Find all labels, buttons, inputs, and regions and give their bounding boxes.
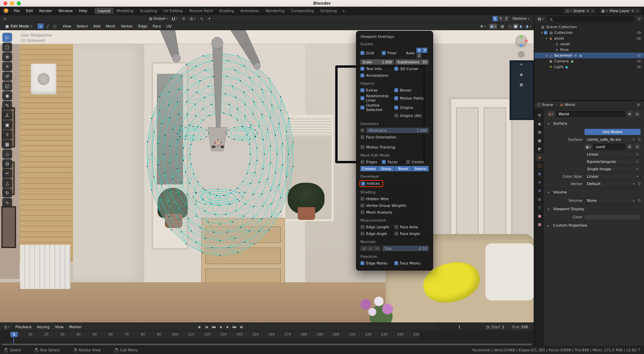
tab-object-data[interactable]: ▽ bbox=[535, 204, 544, 211]
outliner-row-facemesh[interactable]: ▸ △ facemesh ⚙ ▦ bbox=[534, 53, 644, 58]
face-marks-checkbox[interactable]: Face Marks bbox=[394, 261, 420, 266]
tool-knife-button[interactable]: ✂ bbox=[2, 169, 12, 178]
shading-rendered-button[interactable]: ◑ bbox=[524, 24, 529, 29]
timeline-tracks[interactable] bbox=[0, 338, 534, 344]
menu-item[interactable]: Render bbox=[37, 8, 55, 14]
edge-marks-checkbox[interactable]: Edge Marks bbox=[360, 261, 394, 266]
timeline-scrollbar[interactable] bbox=[1, 343, 533, 346]
mesh-analysis-checkbox[interactable]: Mesh Analysis bbox=[360, 210, 392, 215]
mode-dropdown[interactable]: ▦ Edit Mode bbox=[3, 23, 35, 30]
tab-material[interactable]: ● bbox=[535, 212, 544, 220]
collection-enable-checkbox[interactable] bbox=[544, 31, 547, 35]
active-tool-icon[interactable]: ▷ bbox=[3, 16, 8, 21]
outliner-row-camera[interactable]: ◉ Camera ▣ bbox=[534, 58, 644, 64]
pin-id-button[interactable]: ⊙ bbox=[636, 102, 641, 107]
tool-move-button[interactable]: ✛ bbox=[2, 62, 12, 71]
face-orientation-checkbox[interactable]: Face Orientation bbox=[360, 135, 396, 139]
tab-particles[interactable]: ✳ bbox=[535, 179, 544, 186]
timeline-editor-type-button[interactable]: ◷ bbox=[3, 324, 11, 330]
origins-all-checkbox[interactable]: Origins (All) bbox=[394, 114, 422, 118]
wireframe-slider[interactable]: Wireframe1.000 bbox=[366, 128, 429, 133]
mirror-axis-toggle[interactable]: Z bbox=[504, 16, 509, 21]
pan-gizmo[interactable]: ✛ bbox=[518, 61, 525, 68]
bones-checkbox[interactable]: Bones bbox=[394, 88, 411, 93]
floor-checkbox[interactable]: Floor bbox=[382, 51, 406, 55]
face-angle-checkbox[interactable]: Face Angle bbox=[394, 232, 420, 236]
outliner-row-pose[interactable]: ✛ Pose bbox=[534, 47, 644, 53]
tool-transform-button[interactable]: ◉ bbox=[2, 91, 12, 100]
axis-toggle[interactable]: Y bbox=[422, 48, 427, 53]
tool-inset-faces-button[interactable]: ▩ bbox=[2, 140, 12, 149]
face-area-checkbox[interactable]: Face Area bbox=[394, 225, 418, 229]
xray-toggle[interactable]: ▥ bbox=[499, 24, 505, 29]
shading-wireframe-button[interactable]: ○ bbox=[508, 24, 513, 29]
motion-tracking-checkbox[interactable]: Motion Tracking bbox=[360, 145, 395, 150]
viewport-menu-item[interactable]: UV bbox=[164, 23, 174, 29]
select-mode-button[interactable]: ╱ bbox=[44, 23, 51, 29]
tool-tweak-button[interactable]: ▷ bbox=[2, 33, 12, 42]
motion-paths-checkbox[interactable]: Motion Paths bbox=[394, 96, 424, 101]
tab-scene[interactable]: ◩ bbox=[535, 145, 544, 153]
next-keyframe-button[interactable]: ▶▶ bbox=[231, 324, 238, 330]
menu-item[interactable]: Window bbox=[56, 8, 75, 14]
snapping-toggle[interactable] bbox=[171, 17, 179, 21]
world-name-field[interactable]: World bbox=[556, 111, 625, 117]
grid-checkbox[interactable]: Grid bbox=[360, 51, 382, 55]
visibility-eye-icon[interactable] bbox=[637, 59, 641, 63]
edge-toggle-button[interactable]: Seams bbox=[412, 166, 429, 171]
outliner-row-asset[interactable]: ▾ ♟ asset bbox=[534, 36, 644, 41]
tab-view-layer[interactable]: ▦ bbox=[535, 137, 544, 144]
gizmo-toggle[interactable]: ⊕ bbox=[479, 24, 487, 29]
tab-object[interactable]: ▢ bbox=[535, 162, 544, 169]
viewport-color-swatch[interactable] bbox=[584, 214, 641, 220]
timeline-menu-item[interactable]: Keying bbox=[35, 324, 52, 330]
workspace-tab[interactable]: Compositing bbox=[288, 8, 317, 14]
viewport-menu-item[interactable]: Edge bbox=[136, 23, 150, 29]
volume-panel-header[interactable]: Volume bbox=[547, 188, 641, 196]
interpolation-dropdown[interactable]: Linear bbox=[584, 151, 641, 157]
edge-length-checkbox[interactable]: Edge Length bbox=[360, 225, 394, 229]
use-nodes-button[interactable]: Use Nodes bbox=[584, 129, 641, 135]
text-info-checkbox[interactable]: Text Info bbox=[360, 67, 394, 71]
breadcrumb-world[interactable]: ◍ World bbox=[560, 103, 575, 107]
workspace-tab[interactable]: Animation bbox=[237, 8, 262, 14]
tab-render[interactable]: ◉ bbox=[535, 120, 544, 127]
select-mode-button[interactable]: ▢ bbox=[51, 23, 58, 29]
play-reverse-button[interactable]: ◀ bbox=[217, 324, 224, 330]
tab-output[interactable]: ▤ bbox=[535, 128, 544, 136]
visibility-eye-icon[interactable] bbox=[637, 31, 641, 35]
expand-icon[interactable]: ▸ bbox=[544, 54, 548, 57]
tool-spin-button[interactable]: ↻ bbox=[2, 188, 12, 197]
workspace-tab[interactable]: Texture Paint bbox=[186, 8, 216, 14]
tool-loop-cut-button[interactable]: ⊟ bbox=[2, 159, 12, 168]
shading-solid-button[interactable]: ● bbox=[513, 24, 518, 29]
orbit-gizmo[interactable] bbox=[515, 35, 528, 48]
surface-shader-dropdown[interactable]: comfy_cafe_4k.exr bbox=[584, 136, 637, 142]
vector-dropdown[interactable]: Default bbox=[584, 181, 637, 187]
outliner-editor-type-button[interactable]: ▤ bbox=[536, 16, 545, 21]
normals-display-button[interactable]: ⊥ bbox=[367, 246, 374, 251]
overlays-toggle[interactable]: ◉ bbox=[489, 24, 497, 29]
tool-smooth-button[interactable]: ∿ bbox=[2, 198, 12, 207]
frame-start-field[interactable]: ◷ Start 1 bbox=[483, 324, 507, 330]
viewport-menu-item[interactable]: Add bbox=[91, 23, 103, 29]
origins-checkbox[interactable]: Origins bbox=[394, 106, 413, 110]
outliner-search-input[interactable] bbox=[547, 16, 634, 22]
duplicate-image-button[interactable]: ⧉ bbox=[626, 144, 633, 150]
visibility-eye-icon[interactable] bbox=[637, 65, 641, 69]
tab-constraints[interactable]: ◎ bbox=[535, 195, 544, 203]
snap-target-button[interactable]: ⊙ bbox=[181, 16, 186, 21]
hidden-wire-checkbox[interactable]: Hidden Wire bbox=[360, 197, 389, 201]
add-workspace-button[interactable]: + bbox=[340, 8, 347, 14]
delete-scene-button[interactable]: × bbox=[591, 9, 594, 12]
play-button[interactable]: ▶ bbox=[224, 324, 231, 330]
timeline-ruler[interactable]: 1102030405060708090100110120130140150160… bbox=[0, 331, 534, 338]
center-checkbox[interactable]: Center bbox=[406, 160, 424, 164]
tab-physics[interactable]: ↺ bbox=[535, 187, 544, 194]
browse-world-button[interactable]: ◍ bbox=[547, 111, 555, 117]
visibility-eye-icon[interactable] bbox=[637, 53, 641, 58]
workspace-tab[interactable]: Modeling bbox=[114, 8, 136, 14]
grid-subdivisions-field[interactable]: Subdivisions10 bbox=[395, 59, 429, 65]
visibility-eye-icon[interactable] bbox=[637, 36, 641, 41]
outline-selected-checkbox[interactable]: Outline Selected bbox=[360, 103, 394, 112]
